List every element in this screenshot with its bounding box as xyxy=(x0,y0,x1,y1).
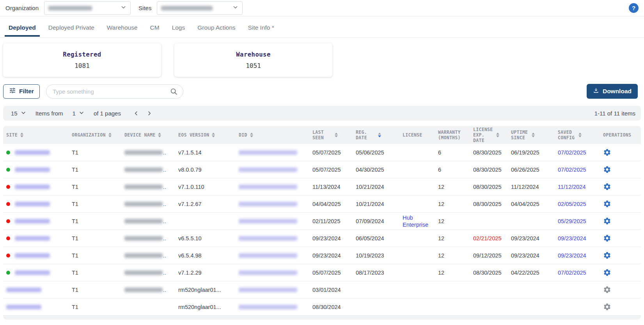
saved-config-link[interactable]: 09/23/2024 xyxy=(558,235,586,242)
did-link-redacted[interactable] xyxy=(239,167,297,172)
gear-icon[interactable] xyxy=(603,165,611,174)
page-number-select[interactable]: 1 xyxy=(70,110,87,117)
device-name-cell: .. xyxy=(122,247,177,264)
help-icon[interactable]: ? xyxy=(629,3,639,13)
did-link-redacted[interactable] xyxy=(239,288,297,292)
site-link-redacted[interactable] xyxy=(15,167,50,172)
did-link-redacted[interactable] xyxy=(239,202,297,206)
device-name-cell: .. xyxy=(122,230,177,247)
tab-cm[interactable]: CM xyxy=(144,18,166,37)
site-link-redacted[interactable] xyxy=(6,305,41,309)
sort-icon[interactable] xyxy=(532,133,535,137)
filter-button[interactable]: Filter xyxy=(3,84,40,99)
table-body: T1 .. v7.1.5.14 05/07/2025 05/06/2025 6 … xyxy=(3,144,641,316)
site-link-redacted[interactable] xyxy=(6,288,41,292)
table-row: T1 .. v7.1.2.67 04/04/2025 10/21/2024 12… xyxy=(3,195,641,213)
sites-select[interactable] xyxy=(157,1,243,15)
stat-cards: Registered 1081 Warehouse 1051 xyxy=(0,38,644,77)
gear-icon[interactable] xyxy=(603,268,611,277)
sort-icon[interactable] xyxy=(20,133,23,137)
site-link-redacted[interactable] xyxy=(15,150,50,155)
sort-icon[interactable] xyxy=(496,133,499,137)
sort-icon[interactable] xyxy=(212,133,215,137)
prev-page-icon[interactable] xyxy=(133,110,139,116)
saved-config-link[interactable]: 09/23/2024 xyxy=(558,252,586,259)
did-link-redacted[interactable] xyxy=(239,150,297,155)
uptime-since-cell: 11/12/2024 xyxy=(510,178,557,195)
gear-icon[interactable] xyxy=(603,234,611,242)
site-link-redacted[interactable] xyxy=(15,236,50,241)
download-icon xyxy=(593,87,599,95)
table-footer-strip xyxy=(3,316,641,320)
device-name-redacted xyxy=(124,236,163,241)
tab-site-info[interactable]: Site Info * xyxy=(242,18,280,37)
devices-table: SITE ORGANIZATION DEVICE NAME EOS VERSIO… xyxy=(3,126,641,320)
did-link-redacted[interactable] xyxy=(239,305,297,309)
column-header-reg-date[interactable]: REG. DATE xyxy=(354,126,401,144)
gear-icon[interactable] xyxy=(603,303,611,311)
next-page-icon[interactable] xyxy=(146,110,152,116)
eos-version-cell: v7.1.0.110 xyxy=(177,178,237,195)
saved-config-link[interactable]: 02/05/2025 xyxy=(558,201,586,208)
tab-warehouse[interactable]: Warehouse xyxy=(101,18,144,37)
download-button[interactable]: Download xyxy=(587,84,638,99)
sort-icon[interactable] xyxy=(335,133,338,137)
column-header-uptime-since[interactable]: UPTIME SINCE xyxy=(510,126,557,144)
did-link-redacted[interactable] xyxy=(239,270,297,275)
did-link-redacted[interactable] xyxy=(239,236,297,241)
sort-icon-active-desc[interactable] xyxy=(378,133,381,137)
device-name-redacted xyxy=(124,270,163,275)
did-link-redacted[interactable] xyxy=(239,185,297,189)
column-header-did[interactable]: DID xyxy=(237,126,309,144)
column-header-device-name[interactable]: DEVICE NAME xyxy=(122,126,177,144)
saved-config-link[interactable]: 05/29/2025 xyxy=(558,218,586,225)
sort-icon[interactable] xyxy=(578,133,582,137)
page-size-select[interactable]: 15 xyxy=(9,110,28,117)
site-link-redacted[interactable] xyxy=(15,185,50,189)
sort-icon[interactable] xyxy=(158,133,161,137)
tab-group-actions[interactable]: Group Actions xyxy=(191,18,241,37)
search-input[interactable] xyxy=(46,84,183,99)
last-seen-cell: 02/11/2025 xyxy=(309,213,354,229)
saved-config-cell: 09/23/2024 xyxy=(557,247,600,264)
gear-icon[interactable] xyxy=(603,148,611,156)
license-link[interactable]: Hub Enterprise xyxy=(403,214,438,228)
gear-icon[interactable] xyxy=(603,251,611,259)
status-dot xyxy=(6,168,10,172)
eos-version-cell: rm520nglaar01... xyxy=(177,298,237,315)
saved-config-link[interactable]: 07/02/2025 xyxy=(558,269,586,276)
site-link-redacted[interactable] xyxy=(15,270,50,275)
tab-deployed[interactable]: Deployed xyxy=(2,18,42,37)
gear-icon[interactable] xyxy=(603,183,611,191)
column-header-license-exp-date[interactable]: LICENSE EXP. DATE xyxy=(473,126,510,144)
gear-icon[interactable] xyxy=(603,286,611,294)
device-name-cell: .. xyxy=(122,144,177,161)
operations-cell xyxy=(600,264,641,281)
site-link-redacted[interactable] xyxy=(15,219,50,224)
did-link-redacted[interactable] xyxy=(239,219,297,224)
gear-icon[interactable] xyxy=(603,200,611,208)
organization-select[interactable] xyxy=(44,1,131,15)
site-link-redacted[interactable] xyxy=(15,253,50,258)
operations-cell xyxy=(600,247,641,264)
column-header-last-seen[interactable]: LAST SEEN xyxy=(309,126,354,144)
license-cell xyxy=(401,298,438,315)
saved-config-link[interactable]: 07/02/2025 xyxy=(558,166,586,173)
saved-config-link[interactable]: 11/12/2024 xyxy=(558,183,586,190)
sort-icon[interactable] xyxy=(250,133,253,137)
did-link-redacted[interactable] xyxy=(239,253,297,258)
tab-deployed-private[interactable]: Deployed Private xyxy=(42,18,101,37)
site-link-redacted[interactable] xyxy=(15,202,50,206)
saved-config-link[interactable]: 07/02/2025 xyxy=(558,149,586,156)
column-header-site[interactable]: SITE xyxy=(3,126,69,144)
column-header-eos-version[interactable]: EOS VERSION xyxy=(177,126,237,144)
operations-cell xyxy=(600,281,641,298)
registered-card-title: Registered xyxy=(63,51,101,58)
search-icon[interactable] xyxy=(170,87,178,97)
sort-icon[interactable] xyxy=(108,133,112,137)
warranty-cell: 12 xyxy=(438,264,473,281)
tab-logs[interactable]: Logs xyxy=(166,18,192,37)
column-header-saved-config[interactable]: SAVED CONFIG xyxy=(557,126,600,144)
gear-icon[interactable] xyxy=(603,217,611,225)
column-header-organization[interactable]: ORGANIZATION xyxy=(69,126,122,144)
